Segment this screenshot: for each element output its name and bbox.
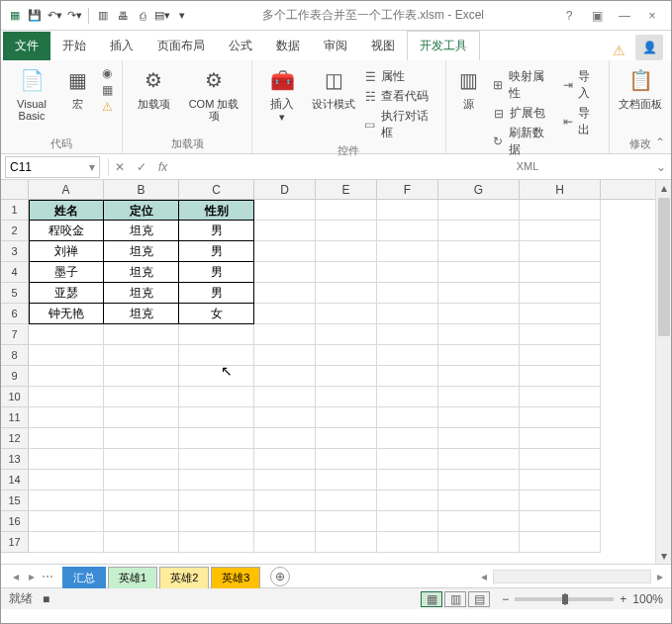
cell[interactable] (520, 470, 601, 490)
cell[interactable] (438, 241, 520, 262)
cell[interactable] (316, 200, 377, 221)
cell[interactable] (377, 449, 438, 470)
col-header[interactable]: A (29, 180, 104, 199)
cell[interactable] (377, 283, 438, 304)
vertical-scrollbar[interactable]: ▴ ▾ (655, 180, 671, 564)
cell[interactable] (438, 387, 520, 407)
row-header[interactable]: 8 (1, 345, 29, 366)
col-header[interactable]: E (316, 180, 377, 199)
cell[interactable] (316, 324, 377, 345)
xml-source-button[interactable]: ▥ 源 (454, 64, 484, 110)
row-header[interactable]: 6 (1, 304, 29, 324)
cell[interactable] (520, 449, 601, 470)
cell[interactable] (316, 345, 377, 366)
design-mode-button[interactable]: ◫ 设计模式 (312, 64, 355, 110)
row-header[interactable]: 12 (1, 428, 29, 449)
macro-security-button[interactable]: ⚠ (100, 100, 114, 114)
redo-icon[interactable]: ↷▾ (66, 8, 82, 24)
name-box-dropdown-icon[interactable]: ▾ (89, 160, 95, 174)
cell[interactable] (438, 470, 520, 490)
cell[interactable] (254, 428, 316, 449)
cell[interactable] (254, 490, 316, 511)
cell[interactable] (29, 387, 104, 407)
close-button[interactable]: × (641, 9, 663, 23)
run-dialog-button[interactable]: ▭执行对话框 (363, 108, 437, 141)
sheet-nav-last-icon[interactable]: ▸ (25, 570, 39, 583)
cell[interactable] (520, 532, 601, 553)
cell[interactable] (520, 407, 601, 428)
cell[interactable] (104, 449, 179, 470)
cell[interactable] (438, 262, 520, 283)
sheet-tab-hero2[interactable]: 英雄2 (159, 567, 209, 588)
sheet-tab-summary[interactable]: 汇总 (62, 567, 106, 588)
cell[interactable] (29, 470, 104, 490)
import-button[interactable]: ⇥导入 (561, 68, 601, 102)
macros-button[interactable]: ▦ 宏 (62, 64, 92, 110)
save-icon[interactable]: 💾 (27, 8, 43, 24)
cell[interactable] (520, 262, 601, 283)
cell[interactable] (254, 407, 316, 428)
cell[interactable]: 定位 (104, 200, 179, 221)
collapse-ribbon-icon[interactable]: ⌃ (655, 135, 665, 149)
cell[interactable] (104, 490, 179, 511)
warning-icon[interactable]: ⚠ (610, 43, 627, 60)
cell[interactable] (377, 407, 438, 428)
cell[interactable] (520, 283, 601, 304)
cell[interactable] (438, 283, 520, 304)
cell[interactable] (179, 407, 254, 428)
col-header[interactable]: F (377, 180, 438, 199)
user-account-icon[interactable]: 👤 (635, 35, 663, 60)
cell[interactable] (316, 366, 377, 387)
cell[interactable] (179, 366, 254, 387)
cell[interactable]: 坦克 (104, 283, 179, 304)
cell[interactable] (254, 324, 316, 345)
col-header[interactable]: C (179, 180, 254, 199)
cell[interactable]: 坦克 (104, 221, 179, 241)
zoom-slider[interactable] (515, 597, 614, 601)
cell[interactable]: 男 (179, 262, 254, 283)
cell[interactable] (377, 241, 438, 262)
cell[interactable] (316, 449, 377, 470)
horizontal-scrollbar[interactable] (493, 570, 651, 583)
macro-record-icon[interactable]: ■ (43, 592, 49, 606)
zoom-value[interactable]: 100% (632, 592, 663, 606)
visual-basic-button[interactable]: 📄 Visual Basic (9, 64, 54, 122)
row-header[interactable]: 17 (1, 532, 29, 553)
row-header[interactable]: 5 (1, 283, 29, 304)
cell[interactable] (377, 366, 438, 387)
col-header[interactable]: D (254, 180, 316, 199)
cell[interactable] (316, 490, 377, 511)
cell[interactable]: 程咬金 (29, 221, 104, 241)
cell[interactable] (104, 324, 179, 345)
row-header[interactable]: 7 (1, 324, 29, 345)
export-button[interactable]: ⇤导出 (561, 105, 601, 138)
tab-view[interactable]: 视图 (359, 32, 407, 60)
cell[interactable] (438, 511, 520, 532)
view-page-break-icon[interactable]: ▤ (468, 591, 490, 607)
row-header[interactable]: 14 (1, 470, 29, 490)
cell[interactable] (520, 366, 601, 387)
cell[interactable] (377, 428, 438, 449)
properties-button[interactable]: ☰属性 (363, 68, 437, 85)
cell[interactable] (29, 407, 104, 428)
help-button[interactable]: ? (558, 9, 580, 23)
qat-icon-1[interactable]: ▥ (95, 8, 111, 24)
cell[interactable] (254, 470, 316, 490)
cell[interactable] (104, 470, 179, 490)
addins-button[interactable]: ⚙ 加载项 (131, 64, 176, 110)
fx-icon[interactable]: fx (152, 160, 173, 174)
select-all-corner[interactable] (1, 180, 29, 200)
cell[interactable] (520, 511, 601, 532)
cell[interactable] (438, 407, 520, 428)
cell[interactable] (377, 387, 438, 407)
cell[interactable] (179, 470, 254, 490)
new-sheet-button[interactable]: ⊕ (270, 567, 290, 586)
cell[interactable] (316, 304, 377, 324)
row-header[interactable]: 1 (1, 200, 29, 221)
cell[interactable] (254, 283, 316, 304)
qat-icon-2[interactable]: 🖶 (115, 8, 131, 24)
map-properties-button[interactable]: ⊞映射属性 (492, 68, 553, 102)
cell[interactable] (29, 345, 104, 366)
cell[interactable] (179, 324, 254, 345)
sheet-nav-menu-icon[interactable]: ⋯ (41, 570, 54, 583)
